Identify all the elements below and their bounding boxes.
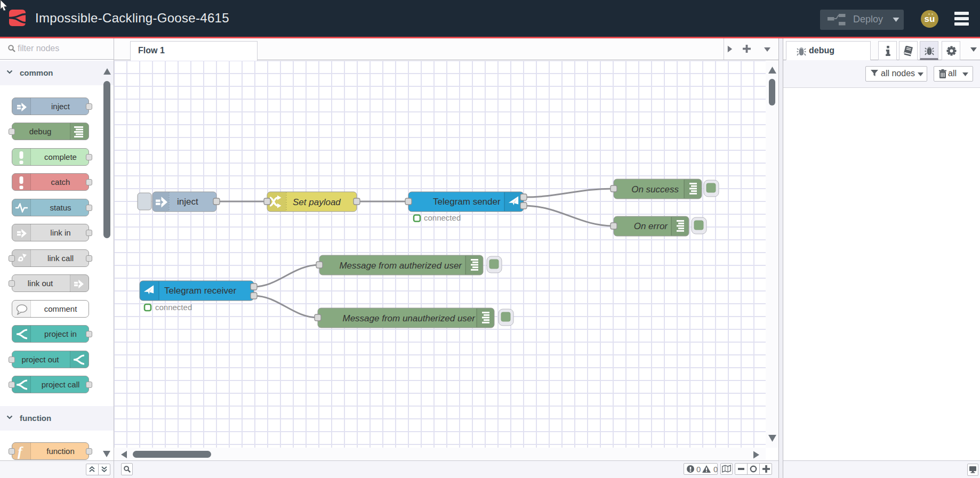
svg-text:Set payload: Set payload — [293, 197, 341, 207]
svg-text:Telegram sender: Telegram sender — [433, 197, 501, 207]
svg-text:inject: inject — [177, 197, 198, 207]
svg-text:Message from unautherized user: Message from unautherized user — [342, 313, 476, 323]
svg-text:Telegram receiver: Telegram receiver — [164, 286, 236, 296]
svg-text:connected: connected — [155, 303, 192, 312]
svg-text:On error: On error — [634, 221, 669, 231]
svg-text:On success: On success — [631, 184, 679, 195]
svg-text:Message from autherized user: Message from autherized user — [339, 261, 462, 271]
svg-text:connected: connected — [424, 213, 461, 222]
